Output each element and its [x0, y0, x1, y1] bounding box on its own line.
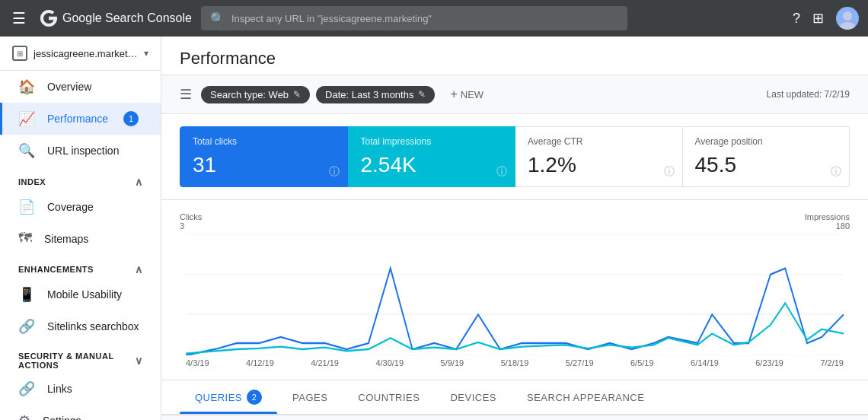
metric-clicks-help-icon[interactable]: ⓘ — [329, 165, 340, 179]
chart-svg — [186, 234, 844, 355]
metric-ctr-help-icon[interactable]: ⓘ — [664, 165, 675, 179]
tab-devices[interactable]: DEVICES — [435, 383, 512, 412]
x-label-3: 4/30/19 — [375, 358, 404, 368]
sidebar-item-sitelinks-label: Sitelinks searchbox — [47, 320, 139, 332]
sidebar-item-url-inspection-label: URL inspection — [47, 145, 119, 157]
property-arrow-icon: ▾ — [144, 48, 148, 59]
search-type-label: Search type: Web — [210, 89, 289, 100]
tab-pages[interactable]: PAGES — [277, 383, 343, 412]
sidebar-item-overview-label: Overview — [47, 81, 91, 93]
sidebar-item-links[interactable]: 🔗 Links — [0, 373, 161, 405]
metric-clicks-value: 31 — [193, 153, 335, 177]
date-label: Date: Last 3 months — [325, 89, 413, 100]
enhancements-collapse-icon[interactable]: ∧ — [135, 263, 143, 275]
search-bar[interactable]: 🔍 — [201, 6, 627, 30]
chart-y-right-label: Impressions — [805, 212, 850, 221]
property-selector[interactable]: ⊞ jessicagreene.marketing ▾ — [0, 37, 161, 71]
metric-total-impressions[interactable]: Total impressions 2.54K ⓘ — [348, 126, 516, 187]
sidebar-item-performance[interactable]: 📈 Performance 1 — [0, 103, 161, 135]
new-filter-button[interactable]: + NEW — [441, 84, 493, 104]
main-layout: ⊞ jessicagreene.marketing ▾ 🏠 Overview 📈… — [0, 37, 868, 420]
metric-ctr-label: Average CTR — [528, 136, 670, 147]
x-label-1: 4/12/19 — [246, 358, 274, 368]
search-type-chip[interactable]: Search type: Web ✎ — [201, 86, 310, 103]
sidebar-item-mobile-usability[interactable]: 📱 Mobile Usability — [0, 278, 161, 310]
settings-icon: ⚙ — [18, 412, 30, 420]
mobile-icon: 📱 — [18, 286, 35, 303]
x-label-2: 4/21/19 — [311, 358, 339, 368]
sitemaps-icon: 🗺 — [18, 231, 32, 247]
avatar-image — [836, 7, 859, 30]
sitelinks-icon: 🔗 — [18, 318, 35, 335]
metric-ctr-value: 1.2% — [528, 153, 670, 177]
security-collapse-icon[interactable]: ∨ — [135, 355, 143, 367]
index-section-label: Index — [18, 177, 46, 186]
index-collapse-icon[interactable]: ∧ — [135, 176, 143, 188]
sidebar-item-overview[interactable]: 🏠 Overview — [0, 71, 161, 103]
user-avatar[interactable] — [836, 7, 859, 30]
search-icon: 🔍 — [210, 11, 225, 26]
security-section-header: Security & Manual Actions ∨ — [0, 342, 161, 373]
metric-position-help-icon[interactable]: ⓘ — [831, 165, 841, 179]
metric-average-ctr[interactable]: Average CTR 1.2% ⓘ — [515, 126, 683, 187]
index-section-header: Index ∧ — [0, 167, 161, 191]
x-label-6: 5/27/19 — [566, 358, 594, 368]
new-plus-icon: + — [450, 88, 457, 101]
tab-queries-label: QUERIES — [195, 392, 242, 403]
menu-icon[interactable]: ☰ — [9, 6, 29, 30]
x-label-4: 5/9/19 — [441, 358, 464, 368]
last-updated: Last updated: 7/2/19 — [767, 89, 850, 100]
x-label-5: 5/18/19 — [501, 358, 529, 368]
metric-clicks-label: Total clicks — [193, 136, 335, 147]
sidebar-item-url-inspection[interactable]: 🔍 URL inspection — [0, 135, 161, 167]
metric-total-clicks[interactable]: Total clicks 31 ⓘ — [180, 126, 348, 187]
page-header: Performance — [161, 37, 868, 75]
sidebar-item-settings[interactable]: ⚙ Settings — [0, 405, 161, 420]
sidebar-item-coverage[interactable]: 📄 Coverage — [0, 191, 161, 223]
links-icon: 🔗 — [18, 380, 35, 397]
date-chip[interactable]: Date: Last 3 months ✎ — [316, 86, 435, 103]
sidebar-item-sitelinks-searchbox[interactable]: 🔗 Sitelinks searchbox — [0, 310, 161, 342]
search-type-edit-icon: ✎ — [293, 89, 301, 100]
date-edit-icon: ✎ — [418, 89, 426, 100]
tab-queries[interactable]: QUERIES 2 — [180, 380, 277, 414]
sidebar-item-sitemaps-label: Sitemaps — [44, 233, 88, 245]
filter-toolbar: ☰ Search type: Web ✎ Date: Last 3 months… — [161, 75, 868, 114]
x-label-7: 6/5/19 — [630, 358, 654, 368]
nav-right: ? ⊞ — [793, 7, 859, 30]
property-name: jessicagreene.marketing — [34, 48, 138, 59]
x-label-0: 4/3/19 — [186, 358, 209, 368]
sidebar-item-mobile-label: Mobile Usability — [47, 288, 122, 301]
search-input[interactable] — [231, 13, 618, 24]
sidebar: ⊞ jessicagreene.marketing ▾ 🏠 Overview 📈… — [0, 37, 161, 420]
filter-icon[interactable]: ☰ — [180, 86, 192, 103]
performance-badge: 1 — [123, 111, 139, 126]
sidebar-item-coverage-label: Coverage — [47, 201, 94, 213]
metric-impressions-label: Total impressions — [361, 136, 503, 147]
metric-impressions-help-icon[interactable]: ⓘ — [496, 165, 507, 179]
line-chart — [186, 234, 844, 355]
chart-x-axis: 4/3/19 4/12/19 4/21/19 4/30/19 5/9/19 5/… — [180, 355, 850, 368]
metric-average-position[interactable]: Average position 45.5 ⓘ — [683, 126, 850, 187]
security-section-label: Security & Manual Actions — [18, 352, 135, 370]
apps-icon[interactable]: ⊞ — [812, 10, 824, 27]
svg-point-0 — [843, 11, 852, 21]
tabs: QUERIES 2 PAGES COUNTRIES DEVICES SEARCH… — [161, 380, 868, 414]
chart-y-left-label: Clicks — [180, 212, 202, 221]
top-navigation: ☰ Google Search Console 🔍 ? ⊞ — [0, 0, 868, 37]
x-label-8: 6/14/19 — [691, 358, 719, 368]
metric-position-value: 45.5 — [695, 153, 838, 177]
tab-countries[interactable]: COUNTRIES — [343, 383, 435, 412]
page-title: Performance — [180, 49, 850, 68]
sidebar-item-performance-label: Performance — [47, 113, 108, 125]
app-title: Google Search Console — [62, 11, 192, 25]
tab-queries-badge: 2 — [247, 390, 262, 405]
google-logo-icon — [38, 8, 59, 29]
bottom-toolbar: Export CSV ★ Add All Keywords — [161, 415, 868, 420]
sidebar-item-sitemaps[interactable]: 🗺 Sitemaps — [0, 223, 161, 254]
tab-search-appearance[interactable]: SEARCH APPEARANCE — [512, 383, 659, 412]
home-icon: 🏠 — [18, 78, 35, 95]
help-icon[interactable]: ? — [793, 11, 800, 27]
svg-point-1 — [840, 22, 855, 30]
performance-icon: 📈 — [18, 110, 35, 127]
